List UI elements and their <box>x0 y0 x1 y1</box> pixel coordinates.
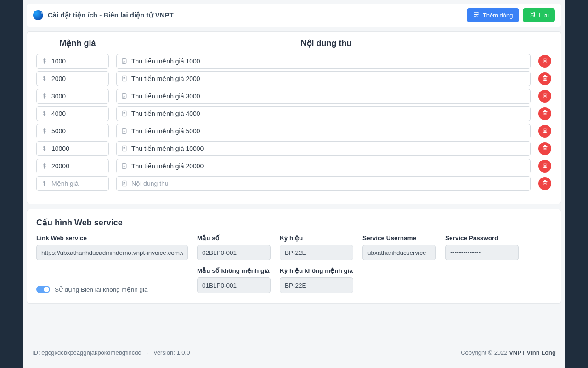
desc-input[interactable] <box>116 106 531 121</box>
svg-rect-6 <box>543 76 547 80</box>
delete-row-button[interactable] <box>538 177 551 190</box>
link-label: Link Web service <box>36 235 188 242</box>
delete-row-button[interactable] <box>538 107 551 120</box>
desc-input[interactable] <box>116 89 531 104</box>
add-row-label: Thêm dòng <box>483 12 513 19</box>
serial-input[interactable] <box>280 245 353 260</box>
delete-row-button[interactable] <box>538 72 551 85</box>
svg-rect-18 <box>543 181 547 185</box>
amount-input[interactable] <box>36 71 109 86</box>
svg-rect-14 <box>543 146 547 150</box>
delete-row-button[interactable] <box>538 90 551 103</box>
save-icon <box>529 11 536 19</box>
trash-icon <box>542 92 548 100</box>
svg-rect-4 <box>543 59 547 63</box>
trash-icon <box>542 144 548 153</box>
desc-input[interactable] <box>116 176 531 191</box>
table-row <box>36 176 552 191</box>
amount-input[interactable] <box>36 176 109 191</box>
pattern-input[interactable] <box>197 245 271 260</box>
desc-input[interactable] <box>116 71 531 86</box>
delete-row-button[interactable] <box>538 125 551 138</box>
pattern0-input[interactable] <box>197 277 271 293</box>
svg-rect-10 <box>543 111 547 115</box>
table-row <box>36 124 552 138</box>
delete-row-button[interactable] <box>538 55 551 68</box>
webservice-title: Cấu hình Web service <box>36 218 552 228</box>
svg-rect-2 <box>530 12 534 17</box>
amount-input[interactable] <box>36 54 109 69</box>
save-label: Lưu <box>539 12 549 19</box>
amount-input[interactable] <box>36 141 109 156</box>
footer-brand: VNPT Vĩnh Long <box>509 349 556 356</box>
table-row <box>36 89 552 104</box>
save-button[interactable]: Lưu <box>523 8 555 22</box>
trash-icon <box>542 57 548 65</box>
desc-input[interactable] <box>116 124 531 138</box>
delete-row-button[interactable] <box>538 142 551 155</box>
add-row-button[interactable]: Thêm dòng <box>467 8 519 22</box>
desc-input[interactable] <box>116 159 531 173</box>
trash-icon <box>542 179 548 188</box>
serial0-label: Ký hiệu không mệnh giá <box>280 267 353 274</box>
brand-logo <box>33 10 43 20</box>
svg-rect-8 <box>543 94 547 98</box>
pattern0-label: Mẫu số không mệnh giá <box>197 267 271 274</box>
svg-rect-16 <box>543 164 547 167</box>
amount-input[interactable] <box>36 89 109 104</box>
password-input[interactable] <box>445 245 519 260</box>
sliders-icon <box>473 11 480 19</box>
amount-header: Mệnh giá <box>36 38 119 48</box>
table-row <box>36 159 552 173</box>
username-input[interactable] <box>362 245 436 260</box>
no-denom-toggle-label: Sử dụng Biên lai không mệnh giá <box>55 286 148 293</box>
svg-point-1 <box>476 16 477 17</box>
footer-id: egcgkdcbkpeagghjakpokdmebgfihcdc <box>41 349 141 356</box>
trash-icon <box>542 127 548 135</box>
amount-input[interactable] <box>36 124 109 138</box>
denominations-card: Mệnh giá Nội dung thu <box>27 31 561 204</box>
svg-rect-12 <box>543 129 547 132</box>
no-denom-toggle[interactable] <box>36 286 50 293</box>
desc-input[interactable] <box>116 54 531 69</box>
delete-row-button[interactable] <box>538 160 551 172</box>
table-row <box>36 71 552 86</box>
amount-input[interactable] <box>36 159 109 173</box>
footer-id-prefix: ID: <box>32 349 41 356</box>
webservice-card: Cấu hình Web service Link Web service Mẫ… <box>27 209 561 304</box>
page-title: Cài đặt tiện ích - Biên lai điện tử VNPT <box>48 11 174 19</box>
pattern-label: Mẫu số <box>197 234 271 242</box>
password-label: Service Password <box>445 235 519 242</box>
desc-input[interactable] <box>116 141 531 156</box>
serial-label: Ký hiệu <box>280 234 353 242</box>
table-row <box>36 141 552 156</box>
table-row <box>36 106 552 121</box>
username-label: Service Username <box>362 235 436 242</box>
trash-icon <box>542 75 548 83</box>
trash-icon <box>542 109 548 118</box>
table-row <box>36 54 552 69</box>
footer-copyright: Copyright © 2022 <box>461 349 509 356</box>
serial0-input[interactable] <box>280 277 353 293</box>
footer-version-prefix: Version: <box>153 349 177 356</box>
desc-header: Nội dung thu <box>119 38 533 48</box>
svg-point-0 <box>477 12 479 14</box>
link-input[interactable] <box>36 245 188 260</box>
trash-icon <box>542 162 548 170</box>
footer: ID: egcgkdcbkpeagghjakpokdmebgfihcdc · V… <box>23 349 565 368</box>
header-bar: Cài đặt tiện ích - Biên lai điện tử VNPT… <box>27 4 561 27</box>
footer-version: 1.0.0 <box>177 349 190 356</box>
amount-input[interactable] <box>36 106 109 121</box>
